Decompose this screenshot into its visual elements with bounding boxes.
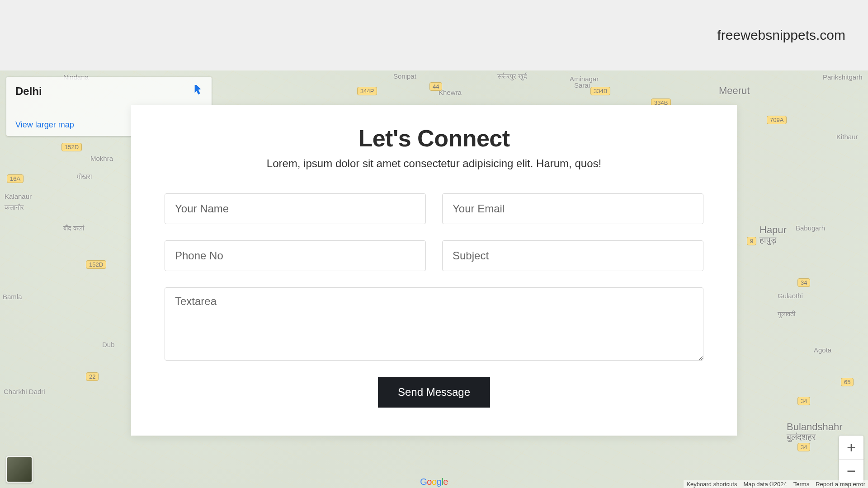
phone-input[interactable] [165, 240, 426, 271]
name-input[interactable] [165, 193, 426, 224]
form-subtitle: Lorem, ipsum dolor sit amet consectetur … [165, 157, 703, 170]
zoom-out-button[interactable]: − [839, 459, 863, 483]
subject-input[interactable] [442, 240, 703, 271]
contact-form-card: Let's Connect Lorem, ipsum dolor sit ame… [131, 105, 737, 436]
send-message-button[interactable]: Send Message [378, 377, 490, 408]
map-place-title: Delhi [15, 85, 203, 98]
page-header: freewebsnippets.com [0, 0, 868, 70]
view-larger-map-link[interactable]: View larger map [15, 120, 74, 130]
satellite-toggle[interactable] [6, 456, 33, 483]
email-input[interactable] [442, 193, 703, 224]
zoom-controls: + − [839, 436, 863, 483]
zoom-in-button[interactable]: + [839, 436, 863, 459]
directions-icon[interactable] [188, 83, 203, 98]
map[interactable]: Nindana Sonipat सर्रूरपुर खुर्द Aminagar… [0, 70, 868, 488]
message-textarea[interactable] [165, 287, 703, 361]
form-title: Let's Connect [165, 125, 703, 152]
site-link[interactable]: freewebsnippets.com [717, 28, 845, 43]
